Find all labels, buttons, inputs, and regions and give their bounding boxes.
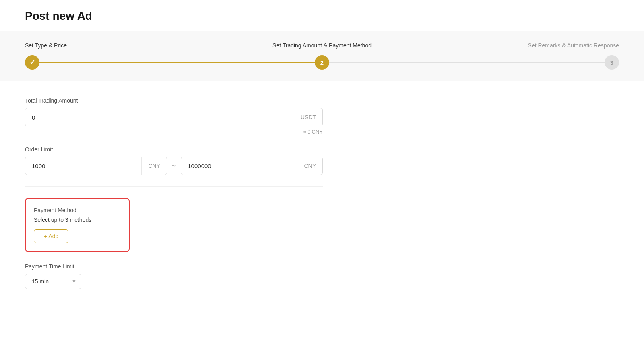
payment-method-box: Payment Method Select up to 3 methods + … bbox=[25, 198, 130, 252]
form-section: Total Trading Amount USDT ≈ 0 CNY Order … bbox=[25, 97, 323, 289]
total-trading-amount-suffix: USDT bbox=[294, 108, 322, 126]
step-label-1: Set Type & Price bbox=[25, 42, 223, 49]
order-limit-label: Order Limit bbox=[25, 146, 323, 153]
payment-method-subtitle: Select up to 3 methods bbox=[34, 217, 121, 223]
page-header: Post new Ad bbox=[0, 0, 644, 31]
page-title: Post new Ad bbox=[25, 10, 619, 23]
order-limit-max-suffix: CNY bbox=[297, 157, 322, 175]
payment-time-limit-group: Payment Time Limit 15 min 30 min 1 hour … bbox=[25, 263, 323, 289]
order-limit-max-input[interactable] bbox=[181, 158, 297, 174]
order-limit-min-wrapper: CNY bbox=[25, 157, 167, 175]
payment-time-select[interactable]: 15 min 30 min 1 hour bbox=[25, 274, 81, 289]
total-trading-amount-label: Total Trading Amount bbox=[25, 97, 323, 104]
stepper-track: ✓ 2 3 bbox=[25, 55, 619, 70]
step-line-1 bbox=[39, 62, 315, 63]
order-limit-group: Order Limit CNY ~ CNY bbox=[25, 146, 323, 175]
step-1-circle: ✓ bbox=[25, 55, 39, 70]
order-limit-min-input[interactable] bbox=[25, 158, 141, 174]
add-payment-method-button[interactable]: + Add bbox=[34, 229, 68, 243]
tilde-separator: ~ bbox=[172, 162, 176, 170]
step-line-2 bbox=[329, 62, 605, 63]
time-select-wrapper: 15 min 30 min 1 hour ▼ bbox=[25, 274, 81, 289]
payment-time-limit-label: Payment Time Limit bbox=[25, 263, 323, 270]
total-trading-amount-input-wrapper: USDT bbox=[25, 108, 323, 126]
step-label-2: Set Trading Amount & Payment Method bbox=[223, 42, 421, 49]
payment-method-title: Payment Method bbox=[34, 207, 121, 213]
step-3-circle: 3 bbox=[605, 55, 619, 70]
total-trading-amount-input[interactable] bbox=[25, 109, 294, 126]
step-label-3: Set Remarks & Automatic Response bbox=[421, 42, 619, 49]
divider bbox=[25, 186, 323, 187]
total-trading-amount-group: Total Trading Amount USDT ≈ 0 CNY bbox=[25, 97, 323, 135]
page-wrapper: Post new Ad Set Type & Price Set Trading… bbox=[0, 0, 644, 349]
order-limit-max-wrapper: CNY bbox=[181, 157, 323, 175]
order-limit-min-suffix: CNY bbox=[141, 157, 167, 175]
stepper-labels: Set Type & Price Set Trading Amount & Pa… bbox=[25, 42, 619, 49]
step-2-circle: 2 bbox=[315, 55, 329, 70]
main-content: Total Trading Amount USDT ≈ 0 CNY Order … bbox=[25, 81, 619, 316]
order-limit-row: CNY ~ CNY bbox=[25, 157, 323, 175]
stepper-section: Set Type & Price Set Trading Amount & Pa… bbox=[0, 31, 644, 81]
checkmark-icon: ✓ bbox=[29, 58, 35, 67]
conversion-text: ≈ 0 CNY bbox=[25, 129, 323, 135]
